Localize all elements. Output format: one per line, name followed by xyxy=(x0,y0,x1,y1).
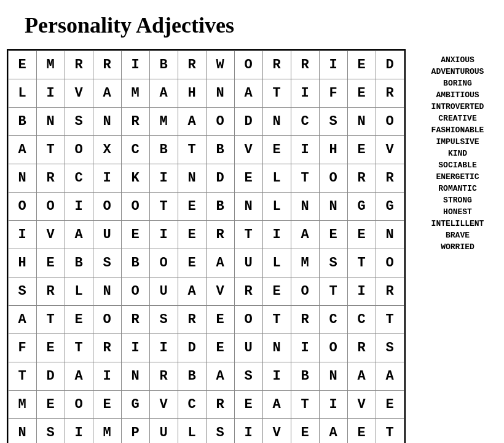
grid-cell: O xyxy=(93,193,121,221)
grid-cell: R xyxy=(93,51,121,79)
grid-cell: R xyxy=(178,306,206,334)
grid-cell: C xyxy=(319,306,347,334)
grid-cell: K xyxy=(121,164,149,193)
grid-cell: E xyxy=(121,221,149,249)
grid-cell: S xyxy=(65,108,93,136)
grid-cell: S xyxy=(93,249,121,277)
grid-cell: B xyxy=(149,136,178,164)
grid-cell: N xyxy=(291,193,319,221)
grid-cell: U xyxy=(149,419,178,444)
grid-cell: F xyxy=(8,334,36,362)
grid-cell: A xyxy=(206,362,234,391)
grid-cell: I xyxy=(149,221,178,249)
grid-cell: R xyxy=(262,51,291,79)
grid-cell: R xyxy=(347,334,376,362)
grid-cell: A xyxy=(234,79,262,108)
grid-cell: A xyxy=(178,108,206,136)
grid-cell: O xyxy=(36,193,65,221)
grid-cell: T xyxy=(291,391,319,419)
grid-cell: N xyxy=(262,334,291,362)
grid-cell: E xyxy=(36,249,65,277)
list-item: SOCIABLE xyxy=(438,161,476,170)
list-item: INTELILLENT xyxy=(431,219,484,228)
grid-cell: A xyxy=(178,277,206,306)
grid-cell: U xyxy=(93,221,121,249)
table-row: NSIMPULSIVEAET xyxy=(8,419,404,444)
grid-cell: A xyxy=(376,362,404,391)
grid-cell: D xyxy=(376,51,404,79)
grid-cell: I xyxy=(93,164,121,193)
main-content: EMRRIBRWORRIEDLIVAMAHNATIFERBNSNRMAODNCS… xyxy=(6,49,498,443)
grid-cell: I xyxy=(291,136,319,164)
list-item: AMBITIOUS xyxy=(436,90,479,100)
grid-cell: N xyxy=(347,108,376,136)
list-item: ANXIOUS xyxy=(441,55,474,65)
grid-cell: E xyxy=(319,221,347,249)
grid-cell: E xyxy=(347,51,376,79)
grid-cell: L xyxy=(262,193,291,221)
grid-cell: X xyxy=(93,136,121,164)
grid-cell: I xyxy=(291,79,319,108)
grid-cell: T xyxy=(36,136,65,164)
list-item: FASHIONABLE xyxy=(431,126,484,135)
grid-cell: B xyxy=(178,362,206,391)
grid-cell: O xyxy=(376,108,404,136)
grid-cell: E xyxy=(347,79,376,108)
grid-cell: S xyxy=(8,277,36,306)
grid-cell: V xyxy=(36,221,65,249)
grid-cell: N xyxy=(319,193,347,221)
grid-cell: L xyxy=(8,79,36,108)
grid-cell: R xyxy=(376,164,404,193)
grid-cell: A xyxy=(65,221,93,249)
grid-cell: S xyxy=(234,362,262,391)
table-row: LIVAMAHNATIFER xyxy=(8,79,404,108)
grid-cell: B xyxy=(149,51,178,79)
grid-cell: I xyxy=(8,221,36,249)
grid-cell: O xyxy=(319,164,347,193)
grid-cell: E xyxy=(36,334,65,362)
list-item: IMPULSIVE xyxy=(436,137,479,146)
grid-cell: R xyxy=(347,164,376,193)
grid-cell: A xyxy=(291,221,319,249)
grid-cell: L xyxy=(65,277,93,306)
table-row: NRCIKINDELTORR xyxy=(8,164,404,193)
grid-cell: I xyxy=(262,362,291,391)
grid-cell: A xyxy=(206,249,234,277)
grid-cell: M xyxy=(36,51,65,79)
grid-cell: R xyxy=(93,334,121,362)
table-row: HEBSBOEAULMSTO xyxy=(8,249,404,277)
grid-cell: O xyxy=(234,306,262,334)
grid-cell: B xyxy=(206,136,234,164)
grid-cell: A xyxy=(8,136,36,164)
grid-cell: O xyxy=(319,334,347,362)
list-item: CREATIVE xyxy=(438,114,476,123)
grid-cell: C xyxy=(347,306,376,334)
grid-cell: O xyxy=(291,277,319,306)
grid-cell: B xyxy=(8,108,36,136)
grid-cell: U xyxy=(149,277,178,306)
grid-table: EMRRIBRWORRIEDLIVAMAHNATIFERBNSNRMAODNCS… xyxy=(8,50,404,443)
grid-cell: O xyxy=(65,391,93,419)
grid-cell: A xyxy=(93,79,121,108)
grid-cell: T xyxy=(262,306,291,334)
grid-cell: S xyxy=(319,249,347,277)
grid-cell: O xyxy=(121,277,149,306)
grid-cell: R xyxy=(121,108,149,136)
grid-cell: R xyxy=(234,277,262,306)
grid-cell: N xyxy=(178,164,206,193)
list-item: HONEST xyxy=(443,207,472,217)
grid-cell: E xyxy=(262,277,291,306)
grid-cell: M xyxy=(291,249,319,277)
grid-cell: S xyxy=(376,334,404,362)
grid-cell: V xyxy=(149,391,178,419)
page-title: Personality Adjectives xyxy=(25,12,234,38)
grid-cell: N xyxy=(206,79,234,108)
table-row: OOIOOTEBNLNNGG xyxy=(8,193,404,221)
grid-cell: B xyxy=(291,362,319,391)
grid-cell: U xyxy=(234,249,262,277)
grid-cell: T xyxy=(376,419,404,444)
grid-cell: R xyxy=(376,79,404,108)
grid-cell: I xyxy=(234,419,262,444)
grid-cell: G xyxy=(347,193,376,221)
word-search-grid: EMRRIBRWORRIEDLIVAMAHNATIFERBNSNRMAODNCS… xyxy=(7,49,406,443)
